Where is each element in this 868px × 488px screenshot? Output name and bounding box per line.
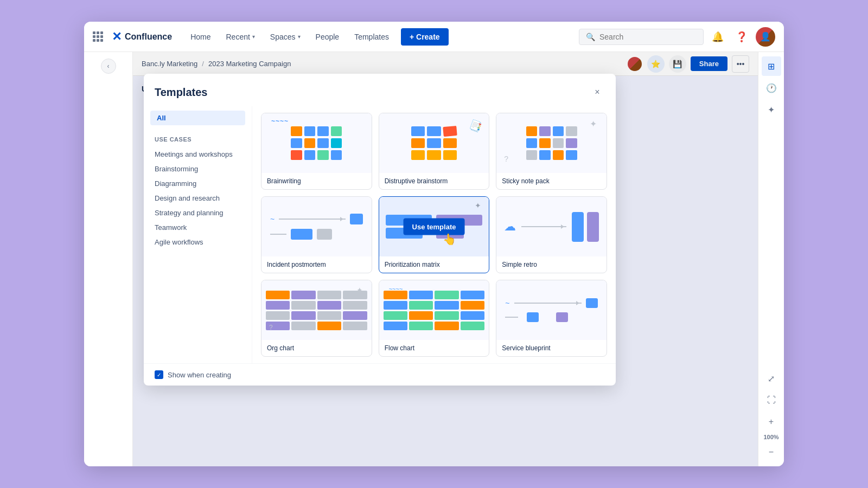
help-icon[interactable]: ❓ bbox=[732, 27, 751, 47]
filter-teamwork[interactable]: Teamwork bbox=[150, 220, 245, 235]
service-blueprint-label: Service blueprint bbox=[496, 340, 607, 356]
template-org-chart[interactable]: ✦ ? bbox=[261, 280, 372, 357]
use-cases-section-label: USE CASES bbox=[150, 134, 245, 145]
incident-label: Incident postmortem bbox=[261, 256, 372, 273]
template-prioritization[interactable]: ✦ bbox=[379, 196, 490, 273]
sticky-note-thumb: ✦ ? bbox=[496, 113, 607, 173]
zoom-in-button[interactable]: + bbox=[762, 412, 781, 432]
nav-recent[interactable]: Recent ▾ bbox=[220, 29, 260, 44]
logo[interactable]: ✕ Confluence bbox=[112, 31, 172, 43]
panel-body: All USE CASES Meetings and workshops Bra… bbox=[144, 106, 616, 363]
filter-brainstorming[interactable]: Brainstorming bbox=[150, 162, 245, 176]
panel-header: Templates × bbox=[144, 74, 616, 106]
flow-chart-thumb: ~~~~ bbox=[379, 280, 489, 340]
nav-spaces[interactable]: Spaces ▾ bbox=[265, 29, 306, 44]
topnav: ✕ Confluence Home Recent ▾ Spaces ▾ Peop… bbox=[84, 22, 784, 52]
template-sticky-note[interactable]: ✦ ? Sticky note pack bbox=[496, 113, 607, 190]
org-chart-label: Org chart bbox=[261, 340, 372, 356]
table-icon[interactable]: ⊞ bbox=[762, 56, 781, 76]
fit-screen-icon[interactable]: ⤢ bbox=[762, 369, 781, 388]
left-sidebar: ‹ bbox=[84, 52, 133, 466]
sticky-note-label: Sticky note pack bbox=[496, 173, 607, 189]
chevron-down-icon: ▾ bbox=[298, 34, 301, 40]
apps-grid-icon[interactable] bbox=[93, 31, 103, 42]
simple-retro-label: Simple retro bbox=[496, 256, 607, 273]
logo-text: Confluence bbox=[125, 32, 172, 42]
filter-strategy[interactable]: Strategy and planning bbox=[150, 206, 245, 220]
template-distruptive[interactable]: 📑 Distruptive brainstorm bbox=[379, 113, 490, 190]
filter-meetings[interactable]: Meetings and workshops bbox=[150, 147, 245, 162]
panel-footer: ✓ Show when creating bbox=[144, 363, 616, 386]
content-area: ‹ Banc.ly Marketing / 2023 Marketing Cam… bbox=[84, 52, 784, 466]
search-box[interactable]: 🔍 bbox=[579, 29, 704, 45]
template-service-blueprint[interactable]: ~ bbox=[496, 280, 607, 357]
nav-home[interactable]: Home bbox=[185, 29, 216, 44]
template-incident[interactable]: ~ bbox=[261, 196, 372, 273]
service-blueprint-thumb: ~ bbox=[496, 280, 607, 340]
chevron-down-icon: ▾ bbox=[252, 34, 255, 40]
brainwriting-thumb: ~~~~ bbox=[261, 113, 372, 173]
right-panel: ⊞ 🕐 ✦ ⤢ ⛶ + 100% − bbox=[758, 52, 784, 466]
filter-all[interactable]: All bbox=[150, 111, 245, 125]
flow-chart-label: Flow chart bbox=[379, 340, 489, 356]
search-icon: 🔍 bbox=[586, 33, 595, 41]
filter-diagramming[interactable]: Diagramming bbox=[150, 176, 245, 191]
logo-icon: ✕ bbox=[112, 31, 122, 43]
zoom-out-button[interactable]: − bbox=[762, 442, 781, 462]
cursor-icon: 👆 bbox=[443, 233, 456, 246]
create-button[interactable]: + Create bbox=[401, 28, 449, 46]
templates-grid: ~~~~ Brainwriting bbox=[252, 106, 616, 363]
filter-design-research[interactable]: Design and research bbox=[150, 191, 245, 206]
avatar[interactable]: 👤 bbox=[756, 27, 775, 47]
template-simple-retro[interactable]: ☁ Simple retro bbox=[496, 196, 607, 273]
clock-icon[interactable]: 🕐 bbox=[762, 78, 781, 98]
prioritization-label: Prioritization matrix bbox=[379, 256, 489, 273]
panel-title: Templates bbox=[155, 86, 207, 99]
filter-agile[interactable]: Agile workflows bbox=[150, 235, 245, 249]
fullscreen-icon[interactable]: ⛶ bbox=[762, 390, 781, 410]
show-when-creating-checkbox[interactable]: ✓ bbox=[155, 370, 163, 379]
magic-icon[interactable]: ✦ bbox=[762, 100, 781, 119]
filter-sidebar: All USE CASES Meetings and workshops Bra… bbox=[144, 106, 252, 363]
prioritization-thumb: ✦ bbox=[379, 197, 489, 256]
notifications-icon[interactable]: 🔔 bbox=[708, 27, 727, 47]
zoom-level: 100% bbox=[763, 434, 778, 440]
distruptive-label: Distruptive brainstorm bbox=[379, 173, 489, 189]
template-flow-chart[interactable]: ~~~~ bbox=[379, 280, 490, 357]
template-brainwriting[interactable]: ~~~~ Brainwriting bbox=[261, 113, 372, 190]
main-whiteboard: Banc.ly Marketing / 2023 Marketing Campa… bbox=[133, 52, 758, 466]
incident-thumb: ~ bbox=[261, 197, 372, 256]
show-when-creating-label: Show when creating bbox=[168, 371, 231, 379]
org-chart-thumb: ✦ ? bbox=[261, 280, 372, 340]
modal-overlay: Templates × All USE CASES Meetings and w… bbox=[133, 52, 758, 466]
simple-retro-thumb: ☁ bbox=[496, 197, 607, 256]
brainwriting-label: Brainwriting bbox=[261, 173, 372, 189]
nav-people[interactable]: People bbox=[310, 29, 345, 44]
close-button[interactable]: × bbox=[590, 85, 605, 100]
distruptive-thumb: 📑 bbox=[379, 113, 489, 173]
templates-panel: Templates × All USE CASES Meetings and w… bbox=[144, 74, 616, 386]
sidebar-collapse-button[interactable]: ‹ bbox=[101, 59, 116, 74]
search-input[interactable] bbox=[599, 33, 697, 41]
nav-templates[interactable]: Templates bbox=[349, 29, 394, 44]
